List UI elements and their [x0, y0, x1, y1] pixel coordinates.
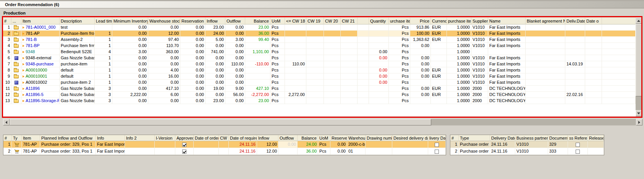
- scroll-right-button[interactable]: [636, 119, 642, 125]
- column-header-uom_pu[interactable]: urchase item UoM pu: [389, 18, 410, 24]
- cell-qty[interactable]: 0.00: [369, 67, 389, 73]
- column-header-num[interactable]: #: [3, 135, 12, 141]
- column-header-blanket[interactable]: Blanket agreement Numbe: [526, 18, 565, 24]
- column-header-planned[interactable]: Planned Inflow and Outflow: [40, 135, 96, 141]
- column-header-info2[interactable]: Info 2: [125, 135, 155, 141]
- column-header-date_req[interactable]: Date of requiren: [229, 135, 257, 141]
- item-link[interactable]: 9348: [26, 49, 35, 54]
- table-row[interactable]: 1Purchase order24.11.16V1010329: [450, 141, 604, 148]
- column-header-confirmed[interactable]: livery Date C: [428, 135, 446, 141]
- column-header-cw19[interactable]: CW 19: [306, 18, 324, 24]
- table-row[interactable]: 3781-BAssembly-210.0097.400.005.003.0099…: [3, 37, 636, 43]
- cell-qty[interactable]: [369, 37, 389, 43]
- reference-checkbox[interactable]: [576, 143, 580, 147]
- cell-qty[interactable]: [369, 43, 389, 49]
- column-header-qty[interactable]: Quantity: [369, 18, 389, 24]
- table-row[interactable]: 1781-APPurchase order: 329, Pos 1Far Eas…: [3, 141, 446, 148]
- column-header-iversion[interactable]: I-Version: [155, 135, 175, 141]
- column-header-uom[interactable]: UoM: [270, 18, 285, 24]
- column-header-gap[interactable]: [358, 18, 369, 24]
- column-header-delivery[interactable]: Delivery Date: [490, 135, 515, 141]
- cell-qty[interactable]: [369, 86, 389, 92]
- table-row[interactable]: 1781-A0001_000test0.000.000.0023.000.002…: [3, 24, 636, 31]
- column-header-currency[interactable]: Currency: [431, 18, 447, 24]
- column-header-item[interactable]: Item: [21, 18, 60, 24]
- column-header-outflow[interactable]: Outflow: [225, 18, 245, 24]
- table-row[interactable]: 11A11896Gas Nozzle Subass30.00417.100.00…: [3, 86, 636, 92]
- table-row[interactable]: 59348Bedienpult S22E43.00363.000.00741.0…: [3, 49, 636, 55]
- column-header-inflow[interactable]: Inflow: [205, 18, 225, 24]
- column-header-icon[interactable]: Ty: [12, 135, 22, 141]
- column-header-drawing[interactable]: Drawing number: [366, 135, 392, 141]
- column-header-inflow[interactable]: Inflow: [257, 135, 278, 141]
- item-link[interactable]: A00010001: [26, 74, 47, 78]
- cell-qty[interactable]: [369, 92, 389, 98]
- column-header-p_unit[interactable]: purchase item Unit: [447, 18, 471, 24]
- table-row[interactable]: 8A00010000default10.004.000.000.000.00Pc…: [3, 67, 636, 73]
- item-link[interactable]: 9348-purchase: [26, 62, 53, 66]
- column-header-ref[interactable]: ss Refere: [568, 135, 588, 141]
- cell-qty[interactable]: [369, 24, 389, 31]
- scroll-left-button[interactable]: [3, 119, 10, 125]
- column-header-reserved[interactable]: Reserved: [330, 135, 347, 141]
- cell-qty[interactable]: 0.00: [369, 73, 389, 80]
- item-link[interactable]: 781-A0001_000: [26, 25, 55, 29]
- item-link[interactable]: A11896-5: [26, 92, 44, 97]
- cell-qty[interactable]: 0.00: [369, 49, 389, 55]
- column-header-desc[interactable]: Description: [60, 18, 95, 24]
- table-row[interactable]: 9A00010001default10.0016.000.000.000.00P…: [3, 73, 636, 80]
- column-header-lead[interactable]: Lead time: [95, 18, 112, 24]
- horizontal-scrollbar[interactable]: [3, 119, 642, 125]
- window-titlebar[interactable]: Order Recommendation (6): [0, 1, 644, 8]
- table-row[interactable]: 12A11896-5Gas Nozzle Subass32,222.006.00…: [3, 92, 636, 98]
- column-header-min_inv[interactable]: Minimum Inventory: [112, 18, 148, 24]
- reference-checkbox[interactable]: [576, 150, 580, 154]
- column-header-wh[interactable]: Warehouse stock: [148, 18, 180, 24]
- table-row[interactable]: 2781-APPurchase order: 333, Pos 1Far Eas…: [3, 148, 446, 155]
- approved-checkbox[interactable]: [182, 143, 186, 147]
- table-row[interactable]: 79348-purchasepurchase-item10.000.000.00…: [3, 61, 636, 67]
- delivery-date-confirmed-checkbox[interactable]: [435, 143, 439, 147]
- cell-qty[interactable]: [369, 98, 389, 104]
- vertical-scrollbar-thumb[interactable]: [636, 24, 642, 96]
- item-link[interactable]: 781-AP: [26, 31, 40, 36]
- column-header-cw[interactable]: CW: [219, 135, 229, 141]
- column-header-item[interactable]: Item: [22, 135, 40, 141]
- column-header-cw18[interactable]: <= CW 18: [285, 18, 306, 24]
- table-row[interactable]: 4781-BPPurchase Item frm10.00110.700.000…: [3, 43, 636, 49]
- approved-checkbox[interactable]: [182, 150, 186, 154]
- column-header-price[interactable]: Price: [410, 18, 431, 24]
- column-header-deliv[interactable]: Deliv.Date: [565, 18, 585, 24]
- column-header-date_o[interactable]: Date o: [585, 18, 602, 24]
- item-link[interactable]: 781-BP: [26, 43, 40, 48]
- column-header-document[interactable]: Document: [548, 135, 568, 141]
- horizontal-scrollbar-thumb[interactable]: [10, 119, 431, 125]
- table-row[interactable]: 10A00010002purchase-item 210.000.000.000…: [3, 80, 636, 86]
- column-header-balance[interactable]: Balance: [298, 135, 318, 141]
- column-header-release[interactable]: Release: [588, 135, 604, 141]
- column-header-cw21[interactable]: CW 21: [341, 18, 358, 24]
- horizontal-scrollbar-track[interactable]: [431, 119, 636, 125]
- table-row[interactable]: 2Purchase order24.11.16V1010333: [450, 148, 604, 155]
- column-header-type[interactable]: Type: [459, 135, 490, 141]
- column-header-outflow[interactable]: Outflow: [278, 135, 298, 141]
- column-header-warehouse[interactable]: Warehouse: [347, 135, 366, 141]
- vertical-scrollbar-track[interactable]: [636, 96, 642, 110]
- item-link[interactable]: 9348-external: [26, 55, 51, 60]
- cell-qty[interactable]: [369, 61, 389, 67]
- item-link[interactable]: A11896-Storage-Rela: [26, 98, 60, 103]
- column-header-num[interactable]: #: [450, 135, 459, 141]
- item-link[interactable]: A00010000: [26, 68, 47, 72]
- vertical-scrollbar[interactable]: [636, 18, 642, 116]
- column-header-balance[interactable]: Balance: [245, 18, 270, 24]
- cell-qty[interactable]: 0.00: [369, 55, 389, 61]
- cell-qty[interactable]: 0.00: [369, 80, 389, 86]
- column-header-num[interactable]: #: [3, 18, 11, 24]
- column-header-partner[interactable]: Business partner: [515, 135, 548, 141]
- item-link[interactable]: 781-B: [26, 37, 37, 42]
- delivery-date-confirmed-checkbox[interactable]: [435, 150, 439, 154]
- table-row[interactable]: 13A11896-Storage-RelaGas Nozzle Subass30…: [3, 98, 636, 104]
- column-header-supplier[interactable]: Supplier: [471, 18, 488, 24]
- column-header-cw20[interactable]: CW 20: [324, 18, 341, 24]
- column-header-name[interactable]: Name: [488, 18, 526, 24]
